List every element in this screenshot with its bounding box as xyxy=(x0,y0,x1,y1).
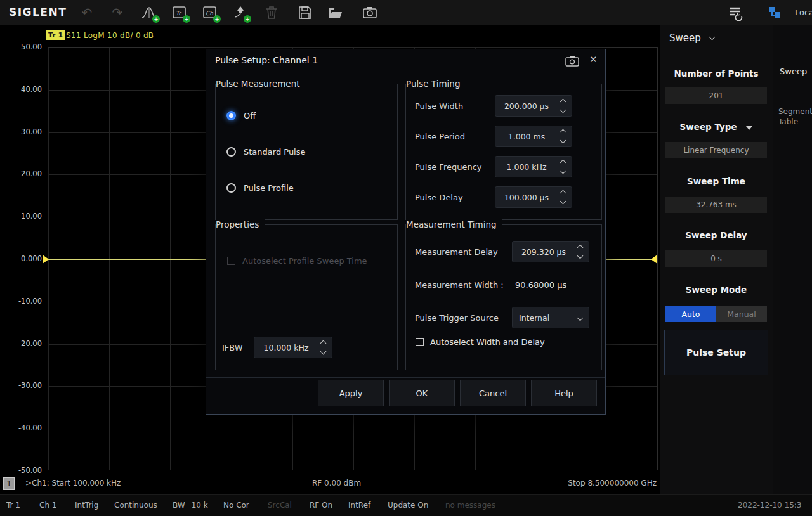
sweep-mode-auto[interactable]: Auto xyxy=(665,306,716,322)
sweep-delay-button[interactable]: Sweep Delay xyxy=(660,230,773,240)
sidebar-menu-header[interactable]: Sweep xyxy=(669,32,714,44)
autoselect-width-delay-checkbox[interactable] xyxy=(416,338,424,346)
status-trigger: IntTrig xyxy=(75,501,98,510)
top-toolbar: SIGLENT ↶ ↷ + Tr + Ch + + xyxy=(0,0,812,26)
measurement-width-value: 90.68000 µs xyxy=(515,280,566,290)
sweep-time-value[interactable]: 32.763 ms xyxy=(665,197,767,213)
list-refresh-icon xyxy=(728,4,744,21)
properties-legend: Properties xyxy=(216,219,265,229)
floppy-icon xyxy=(297,4,313,21)
spinner-arrows[interactable] xyxy=(558,100,572,112)
dialog-close-button[interactable]: ✕ xyxy=(589,54,598,65)
y-axis-tick: 40.00 xyxy=(0,85,42,94)
spin-up-icon[interactable] xyxy=(560,99,566,105)
cancel-button[interactable]: Cancel xyxy=(460,380,526,406)
trace1-legend[interactable]: S11 LogM 10 dB/ 0 dB xyxy=(66,31,154,40)
status-trace: Tr 1 xyxy=(6,501,20,510)
measurement-delay-input[interactable]: 209.320 µs xyxy=(512,241,589,262)
status-bar: Tr 1 Ch 1 IntTrig Continuous BW=10 k No … xyxy=(0,494,812,516)
sweep-time-button[interactable]: Sweep Time xyxy=(660,176,773,186)
pulse-frequency-value: 1.000 kHz xyxy=(495,162,558,172)
reference-level-marker-left xyxy=(43,255,49,264)
sweep-mode-manual[interactable]: Manual xyxy=(716,306,767,322)
spin-down-icon[interactable] xyxy=(320,349,327,355)
radio-off[interactable] xyxy=(226,111,236,120)
sweep-sidebar: Sweep Number of Points 201 Sweep Type Li… xyxy=(660,25,773,494)
help-button[interactable]: Help xyxy=(531,380,597,406)
spinner-arrows[interactable] xyxy=(558,130,572,143)
spinner-arrows[interactable] xyxy=(558,160,572,173)
pulse-trigger-source-select[interactable]: Internal xyxy=(512,307,589,328)
pulse-setup-button[interactable]: Pulse Setup xyxy=(664,330,768,375)
add-trace-icon[interactable]: Tr + xyxy=(171,4,188,21)
delete-icon[interactable] xyxy=(263,4,280,21)
radio-pulse-profile-label[interactable]: Pulse Profile xyxy=(244,183,294,193)
camera-icon xyxy=(362,4,378,21)
ifbw-label: IFBW xyxy=(222,343,243,352)
spinner-arrows[interactable] xyxy=(318,341,332,354)
status-channel: Ch 1 xyxy=(39,501,56,510)
save-icon[interactable] xyxy=(297,4,313,21)
spin-up-icon[interactable] xyxy=(320,340,327,347)
ok-button[interactable]: OK xyxy=(389,380,455,406)
spinner-arrows[interactable] xyxy=(558,191,572,203)
pulse-width-input[interactable]: 200.000 µs xyxy=(495,95,572,117)
apply-button[interactable]: Apply xyxy=(318,380,384,406)
undo-glyph: ↶ xyxy=(82,6,93,19)
channel-stop-readout: Stop 8.500000000 GHz xyxy=(568,479,657,487)
radio-pulse-profile[interactable] xyxy=(226,183,236,193)
pulse-width-label: Pulse Width xyxy=(415,101,463,111)
spin-down-icon[interactable] xyxy=(577,253,584,259)
spin-up-icon[interactable] xyxy=(560,160,566,166)
radio-off-label[interactable]: Off xyxy=(244,111,256,120)
remote-connection-icon[interactable] xyxy=(766,4,783,21)
radio-standard-pulse[interactable] xyxy=(226,147,236,157)
redo-icon[interactable]: ↷ xyxy=(109,4,126,21)
y-axis-tick: -10.00 xyxy=(0,297,42,306)
channel-number-chip: 1 xyxy=(3,477,15,490)
dialog-screenshot-button[interactable] xyxy=(565,55,579,67)
submenu-segment-table[interactable]: Segment Table xyxy=(778,106,811,127)
add-channel-icon[interactable]: Ch + xyxy=(202,4,218,21)
pulse-period-label: Pulse Period xyxy=(415,132,465,141)
spin-down-icon[interactable] xyxy=(560,107,566,113)
preset-menu-icon[interactable] xyxy=(728,4,744,21)
spin-down-icon[interactable] xyxy=(560,138,566,144)
radio-standard-pulse-label[interactable]: Standard Pulse xyxy=(244,147,306,157)
spinner-arrows[interactable] xyxy=(575,245,589,258)
pulse-delay-input[interactable]: 100.000 µs xyxy=(495,186,572,208)
pulse-trigger-source-label: Pulse Trigger Source xyxy=(415,313,499,323)
measurement-timing-group: Measurement Timing Measurement Delay 209… xyxy=(405,224,602,370)
local-mode-label[interactable]: Local xyxy=(795,8,812,17)
undo-icon[interactable]: ↶ xyxy=(79,4,95,21)
spin-up-icon[interactable] xyxy=(560,129,566,136)
measurement-delay-value: 209.320 µs xyxy=(513,247,575,257)
sweep-type-button[interactable]: Sweep Type xyxy=(660,122,773,132)
sweep-delay-value[interactable]: 0 s xyxy=(665,250,767,267)
pulse-delay-label: Pulse Delay xyxy=(415,193,463,202)
spin-down-icon[interactable] xyxy=(560,198,566,205)
pulse-setup-dialog: Pulse Setup: Channel 1 ✕ Pulse Measureme… xyxy=(206,49,606,415)
spin-up-icon[interactable] xyxy=(560,190,566,197)
screenshot-icon[interactable] xyxy=(362,4,378,21)
pulse-timing-group: Pulse Timing Pulse Width 200.000 µs Puls… xyxy=(405,84,602,220)
add-marker-icon[interactable]: + xyxy=(232,4,249,21)
ifbw-input[interactable]: 10.000 kHz xyxy=(254,337,332,358)
add-measurement-icon[interactable]: + xyxy=(141,4,157,21)
submenu-sweep[interactable]: Sweep xyxy=(780,67,807,76)
status-reference: IntRef xyxy=(348,501,370,510)
pulse-period-input[interactable]: 1.000 ms xyxy=(495,126,572,147)
open-icon[interactable] xyxy=(327,4,344,21)
number-of-points-button[interactable]: Number of Points xyxy=(660,68,773,79)
spin-down-icon[interactable] xyxy=(560,168,566,174)
sweep-type-value[interactable]: Linear Frequency xyxy=(665,142,767,158)
sweep-type-label: Sweep Type xyxy=(680,122,737,132)
folder-icon xyxy=(327,4,344,21)
status-sweep-mode: Continuous xyxy=(114,501,157,510)
siglent-logo: SIGLENT xyxy=(9,6,67,18)
pulse-frequency-input[interactable]: 1.000 kHz xyxy=(495,156,572,177)
spin-up-icon[interactable] xyxy=(577,245,584,251)
status-update: Update On xyxy=(388,501,428,510)
number-of-points-value[interactable]: 201 xyxy=(665,87,767,104)
trace1-badge[interactable]: Tr 1 xyxy=(46,30,65,40)
